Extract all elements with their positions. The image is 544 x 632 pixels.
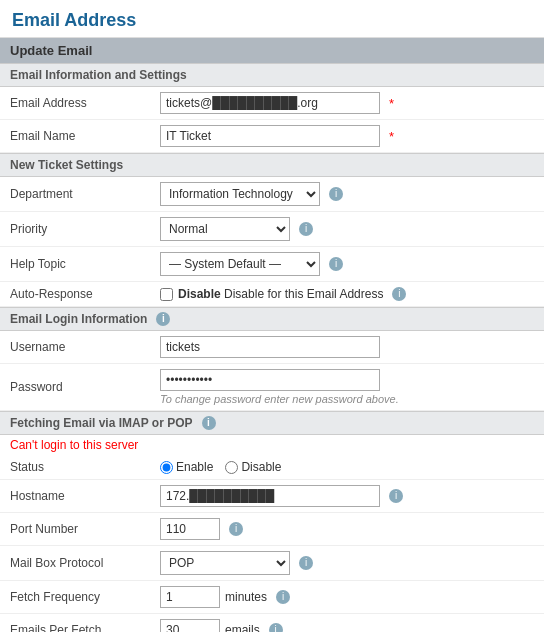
- auto-response-label: Auto-Response: [0, 282, 150, 307]
- hostname-label: Hostname: [0, 480, 150, 513]
- email-info-header: Email Information and Settings: [0, 63, 544, 87]
- department-info-icon[interactable]: i: [329, 187, 343, 201]
- priority-row: Priority Normal i: [0, 212, 544, 247]
- fetch-freq-info-icon[interactable]: i: [276, 590, 290, 604]
- status-label: Status: [0, 455, 150, 480]
- department-label: Department: [0, 177, 150, 212]
- email-login-table: Username Password To change password ent…: [0, 331, 544, 411]
- port-info-icon[interactable]: i: [229, 522, 243, 536]
- username-label: Username: [0, 331, 150, 364]
- emails-per-fetch-info-icon[interactable]: i: [269, 623, 283, 632]
- status-enable-radio[interactable]: [160, 461, 173, 474]
- help-topic-label: Help Topic: [0, 247, 150, 282]
- fetch-freq-unit: minutes: [225, 590, 267, 604]
- fetch-freq-input[interactable]: [160, 586, 220, 608]
- password-row: Password To change password enter new pa…: [0, 364, 544, 411]
- email-name-required: *: [389, 129, 394, 144]
- auto-response-checkbox[interactable]: [160, 288, 173, 301]
- password-input[interactable]: [160, 369, 380, 391]
- email-address-row: Email Address *: [0, 87, 544, 120]
- email-login-header: Email Login Information i: [0, 307, 544, 331]
- email-address-input[interactable]: [160, 92, 380, 114]
- priority-select[interactable]: Normal: [160, 217, 290, 241]
- password-help-text: To change password enter new password ab…: [160, 393, 534, 405]
- auto-response-checkbox-label: Disable Disable for this Email Address: [178, 287, 383, 301]
- status-disable-label: Disable: [241, 460, 281, 474]
- emails-per-fetch-input[interactable]: [160, 619, 220, 632]
- emails-per-fetch-label: Emails Per Fetch: [0, 614, 150, 633]
- update-email-header: Update Email: [0, 38, 544, 63]
- email-address-label: Email Address: [0, 87, 150, 120]
- fetching-header: Fetching Email via IMAP or POP i: [0, 411, 544, 435]
- fetching-info-icon[interactable]: i: [202, 416, 216, 430]
- fetching-error: Can't login to this server: [0, 435, 544, 455]
- new-ticket-table: Department Information Technology i Prio…: [0, 177, 544, 307]
- auto-response-row: Auto-Response Disable Disable for this E…: [0, 282, 544, 307]
- hostname-info-icon[interactable]: i: [389, 489, 403, 503]
- fetch-freq-label: Fetch Frequency: [0, 581, 150, 614]
- help-topic-info-icon[interactable]: i: [329, 257, 343, 271]
- department-row: Department Information Technology i: [0, 177, 544, 212]
- protocol-info-icon[interactable]: i: [299, 556, 313, 570]
- department-select[interactable]: Information Technology: [160, 182, 320, 206]
- protocol-row: Mail Box Protocol POP IMAP i: [0, 546, 544, 581]
- status-enable-label: Enable: [176, 460, 213, 474]
- help-topic-select[interactable]: — System Default —: [160, 252, 320, 276]
- priority-info-icon[interactable]: i: [299, 222, 313, 236]
- protocol-select[interactable]: POP IMAP: [160, 551, 290, 575]
- status-enable-option[interactable]: Enable: [160, 460, 213, 474]
- new-ticket-header: New Ticket Settings: [0, 153, 544, 177]
- port-input[interactable]: [160, 518, 220, 540]
- email-info-table: Email Address * Email Name *: [0, 87, 544, 153]
- protocol-label: Mail Box Protocol: [0, 546, 150, 581]
- emails-per-fetch-row: Emails Per Fetch emails i: [0, 614, 544, 633]
- help-topic-row: Help Topic — System Default — i: [0, 247, 544, 282]
- emails-per-fetch-unit: emails: [225, 623, 260, 632]
- status-disable-radio[interactable]: [225, 461, 238, 474]
- email-name-row: Email Name *: [0, 120, 544, 153]
- port-label: Port Number: [0, 513, 150, 546]
- status-disable-option[interactable]: Disable: [225, 460, 281, 474]
- fetching-table: Status Enable Disable Hostname i Port: [0, 455, 544, 632]
- hostname-input[interactable]: [160, 485, 380, 507]
- port-row: Port Number i: [0, 513, 544, 546]
- username-row: Username: [0, 331, 544, 364]
- auto-response-info-icon[interactable]: i: [392, 287, 406, 301]
- status-row: Status Enable Disable: [0, 455, 544, 480]
- username-input[interactable]: [160, 336, 380, 358]
- fetch-freq-row: Fetch Frequency minutes i: [0, 581, 544, 614]
- email-address-required: *: [389, 96, 394, 111]
- page-title: Email Address: [0, 0, 544, 38]
- password-label: Password: [0, 364, 150, 411]
- hostname-row: Hostname i: [0, 480, 544, 513]
- email-login-info-icon[interactable]: i: [156, 312, 170, 326]
- priority-label: Priority: [0, 212, 150, 247]
- email-name-input[interactable]: [160, 125, 380, 147]
- email-name-label: Email Name: [0, 120, 150, 153]
